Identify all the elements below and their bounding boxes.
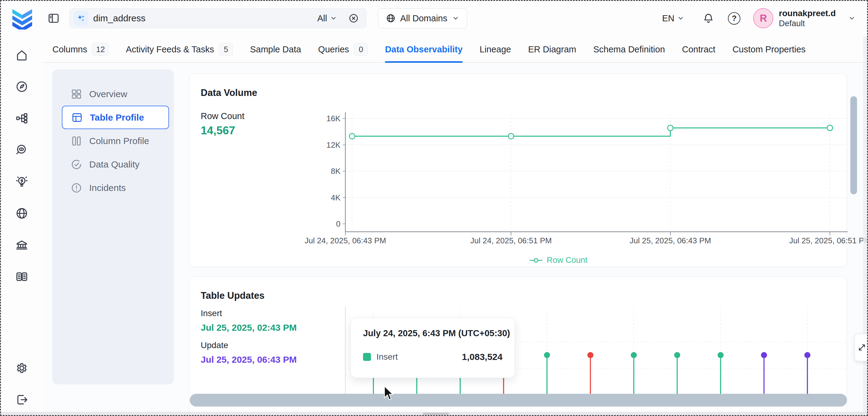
domains-icon [15,206,29,220]
update-stat-insert: InsertJul 25, 2025, 02:43 PM [201,309,301,334]
rail-govern-button[interactable] [14,237,29,252]
tab-data-observability[interactable]: Data Observability [385,36,463,62]
tab-lineage[interactable]: Lineage [480,36,511,62]
row-count-chart: 04K8K12K16KJul 24, 2025, 06:43 PMJul 24,… [341,105,850,249]
home-icon [15,48,29,62]
tab-sample-data[interactable]: Sample Data [250,36,301,62]
svg-text:Jul 24, 2025, 06:51 PM: Jul 24, 2025, 06:51 PM [470,236,552,245]
tab-label: Sample Data [250,44,301,55]
domains-label: All Domains [400,13,447,24]
globe-icon [385,13,396,24]
tab-count-badge: 12 [92,43,109,56]
table-icon [71,111,83,124]
profile-nav: OverviewTable ProfileColumn ProfileData … [52,69,174,384]
search-input[interactable]: dim_address [93,13,317,24]
stat-label: Insert [201,309,301,318]
tab-schema-definition[interactable]: Schema Definition [593,36,665,62]
help-icon[interactable]: ? [728,12,740,25]
svg-text:16K: 16K [327,114,341,123]
rail-glossary-button[interactable] [14,269,29,284]
tab-label: ER Diagram [528,44,576,55]
svg-text:4K: 4K [331,193,341,202]
rail-domains-button[interactable] [14,206,29,221]
table-update-stats: InsertJul 25, 2025, 02:43 PMUpdateJul 25… [201,309,301,373]
left-rail [0,36,43,416]
search-scope-label: All [317,13,327,24]
expand-button[interactable] [855,334,868,361]
horizontal-scrollbar[interactable] [190,394,847,407]
profile-nav-label: Column Profile [89,136,149,146]
legend-label: Row Count [547,256,588,265]
tab-contract[interactable]: Contract [682,36,715,62]
tab-label: Custom Properties [733,44,806,55]
stat-value: Jul 25, 2025, 02:43 PM [201,321,298,334]
app-screen: dim_address All All Domains EN ? [0,0,868,416]
rail-observability-button[interactable] [14,142,29,157]
domains-selector[interactable]: All Domains [378,8,467,28]
rail-explore-button[interactable] [14,79,29,94]
row-count-metric: Row Count 14,567 [201,111,244,137]
global-search[interactable]: dim_address All [69,8,366,28]
tab-custom-properties[interactable]: Custom Properties [733,36,806,62]
profile-nav-label: Table Profile [90,113,144,123]
user-menu[interactable]: R rounakpreet.d Default [753,8,856,28]
vertical-scrollbar[interactable] [850,96,857,194]
glossary-icon [15,270,29,284]
stat-label: Update [201,341,301,350]
app-logo-icon[interactable] [11,7,33,30]
rail-insights-button[interactable] [14,174,29,189]
profile-nav-incidents[interactable]: Incidents [62,176,169,199]
search-scope-select[interactable]: All [317,13,337,24]
observability-icon [15,143,29,157]
tab-label: Contract [682,44,715,55]
columns-icon [70,135,83,147]
card-title: Table Updates [201,290,265,301]
profile-nav-column-profile[interactable]: Column Profile [62,129,169,153]
tab-count-badge: 0 [354,43,368,56]
profile-nav-label: Incidents [89,183,126,193]
sidebar-toggle-icon[interactable] [47,11,60,25]
svg-text:Jul 25, 2025, 06:43 PM: Jul 25, 2025, 06:43 PM [629,236,711,245]
lineage-icon [15,111,29,125]
legend-marker-icon [529,257,543,263]
govern-icon [15,238,29,252]
chevron-down-icon[interactable] [848,14,856,22]
stat-value: Jul 25, 2025, 06:43 PM [201,353,298,366]
svg-text:Jul 25, 2025, 06:51 PM: Jul 25, 2025, 06:51 PM [789,236,868,245]
check-circle-icon [70,158,83,170]
alert-circle-icon [70,182,83,194]
tooltip-series-value: 1,083,524 [462,352,502,362]
svg-text:8K: 8K [331,167,341,176]
svg-text:0: 0 [336,219,341,228]
window-hscrollbar[interactable] [0,412,868,416]
card-title: Data Volume [201,87,257,98]
user-name: rounakpreet.d [779,8,836,19]
svg-text:12K: 12K [327,140,341,150]
tab-count-badge: 5 [219,43,233,56]
chevron-down-icon [452,14,460,22]
tab-activity-feeds-tasks[interactable]: Activity Feeds & Tasks5 [126,36,233,62]
ai-sparkle-icon[interactable] [74,11,88,26]
notifications-bell-icon[interactable] [702,12,714,24]
explore-icon [15,80,29,94]
rail-lineage-button[interactable] [14,111,29,125]
profile-nav-label: Data Quality [89,159,140,170]
tab-queries[interactable]: Queries0 [318,36,368,62]
tab-columns[interactable]: Columns12 [52,36,109,62]
search-clear-icon[interactable] [348,12,360,24]
language-selector[interactable]: EN [662,13,685,24]
chart-legend[interactable]: Row Count [494,256,622,265]
profile-nav-table-profile[interactable]: Table Profile [62,106,169,129]
rail-settings-button[interactable] [14,360,29,375]
rail-logout-button[interactable] [14,392,29,407]
tooltip-title: July 24, 2025, 6:43 PM (UTC+05:30) [363,328,502,338]
avatar[interactable]: R [753,8,773,28]
profile-nav-overview[interactable]: Overview [62,82,169,106]
help-glyph: ? [728,12,740,25]
tooltip-series-label: Insert [376,352,398,362]
profile-nav-data-quality[interactable]: Data Quality [62,153,169,176]
logout-icon [15,393,29,407]
svg-text:Jul 24, 2025, 06:43 PM: Jul 24, 2025, 06:43 PM [305,236,386,245]
rail-home-button[interactable] [14,47,29,62]
tab-er-diagram[interactable]: ER Diagram [528,36,576,62]
